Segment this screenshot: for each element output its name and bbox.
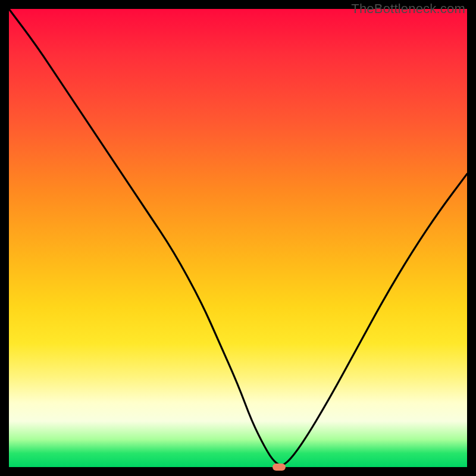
bottleneck-curve (9, 9, 467, 467)
chart-frame: TheBottleneck.com (0, 0, 476, 476)
watermark-text: TheBottleneck.com (351, 1, 465, 17)
optimal-marker (273, 464, 286, 471)
plot-area (9, 9, 467, 467)
